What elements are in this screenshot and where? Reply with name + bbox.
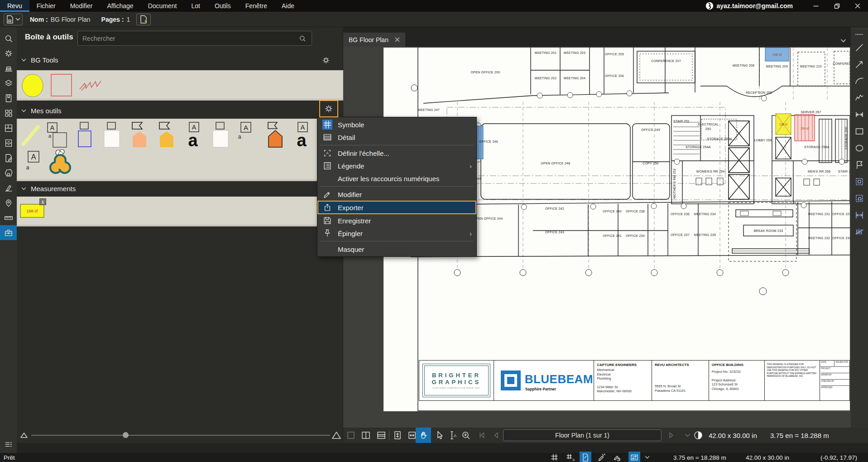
dimension-tool-icon[interactable] xyxy=(854,109,865,120)
section-bg-tools[interactable]: BG Tools xyxy=(21,56,58,64)
close-button[interactable] xyxy=(847,0,868,12)
snap-markup-grid-icon[interactable]: 5 xyxy=(564,452,576,462)
menu-outils[interactable]: Outils xyxy=(207,0,238,12)
menu-item-raccourcis[interactable]: Activer les raccourcis numériques xyxy=(317,172,476,185)
bookmarks-icon[interactable] xyxy=(0,91,17,106)
bg-tools-gear-icon[interactable] xyxy=(318,53,334,67)
contrast-icon[interactable] xyxy=(693,430,704,441)
cloud-tool[interactable] xyxy=(45,147,77,179)
count-tool-icon[interactable] xyxy=(854,226,865,237)
first-page-icon[interactable] xyxy=(476,430,487,441)
page-options-chevron-icon[interactable] xyxy=(682,430,693,441)
restore-button[interactable] xyxy=(826,0,847,12)
toolbar-drag-handle[interactable] xyxy=(854,33,864,36)
slider-min-icon[interactable] xyxy=(19,431,29,439)
account-button[interactable]: ayaz.taimoor@gmail.com xyxy=(705,2,793,10)
single-pane-icon[interactable] xyxy=(345,430,356,441)
callout-peach-tool[interactable] xyxy=(128,121,153,149)
menu-item-modifier[interactable]: Modifier xyxy=(317,188,476,201)
menu-item-symbole[interactable]: Symbole xyxy=(317,118,476,131)
section-measurements[interactable]: Measurements xyxy=(21,185,76,192)
text-note-tool[interactable]: Aa xyxy=(236,121,262,149)
slider-max-icon[interactable] xyxy=(331,430,342,441)
pan-tool-icon[interactable] xyxy=(416,428,431,443)
text-a-tool[interactable]: Aa xyxy=(182,121,207,149)
text-select-icon[interactable]: A xyxy=(447,430,458,441)
section-my-tools[interactable]: Mes outils xyxy=(21,107,62,115)
menu-item-masquer[interactable]: Masquer xyxy=(317,243,476,255)
menu-item-exporter[interactable]: Exporter xyxy=(317,201,476,214)
slider-knob[interactable] xyxy=(123,432,129,438)
properties-gear-icon[interactable] xyxy=(0,46,17,61)
text-a-tool-2[interactable]: Aa xyxy=(291,121,316,149)
spaces-icon[interactable] xyxy=(0,120,17,135)
arc-tool-icon[interactable] xyxy=(854,76,865,87)
menu-item-legende[interactable]: Légende › xyxy=(317,159,476,172)
close-tab-icon[interactable] xyxy=(395,37,400,42)
page-field[interactable]: Floor Plan (1 sur 1) xyxy=(503,429,662,441)
thumbnails-icon[interactable] xyxy=(0,106,17,120)
arrow-tool-icon[interactable] xyxy=(854,59,865,70)
menu-document[interactable]: Document xyxy=(141,0,184,12)
rectangle-tool-icon[interactable] xyxy=(854,126,865,137)
red-rectangle-tool[interactable] xyxy=(48,71,75,99)
document-menu-button[interactable] xyxy=(4,14,23,25)
slider-track[interactable] xyxy=(31,435,330,436)
places-pin-icon[interactable] xyxy=(0,195,17,210)
menu-lot[interactable]: Lot xyxy=(184,0,207,12)
menu-fenetre[interactable]: Fenêtre xyxy=(238,0,274,12)
menu-fichier[interactable]: Fichier xyxy=(29,0,63,12)
polyline-tool-icon[interactable] xyxy=(854,92,865,103)
toolbox-icon[interactable] xyxy=(0,225,17,240)
signatures-icon[interactable] xyxy=(0,180,17,195)
zoom-tool-icon[interactable] xyxy=(460,430,471,441)
search-icon[interactable] xyxy=(0,31,17,46)
panel-title[interactable]: Boîte à outils xyxy=(25,33,83,42)
markup-summary-icon[interactable] xyxy=(0,150,17,165)
select-tool-icon[interactable] xyxy=(434,430,445,441)
menu-aide[interactable]: Aide xyxy=(274,0,302,12)
area-measurement-tool[interactable]: 198 sf 1 xyxy=(19,203,46,219)
flag-tool-icon[interactable] xyxy=(854,159,865,170)
highlighter-tool[interactable] xyxy=(19,121,44,149)
search-input[interactable] xyxy=(77,31,312,46)
menu-revu[interactable]: Revu xyxy=(0,0,29,12)
menu-affichage[interactable]: Affichage xyxy=(100,0,141,12)
insert-page-button[interactable] xyxy=(136,14,151,25)
tab-bg-floor-plan[interactable]: BG Floor Plan xyxy=(343,33,405,47)
menu-item-epingler[interactable]: Épingler › xyxy=(317,227,476,240)
text-box-tool[interactable]: Aa xyxy=(46,121,72,149)
fit-page-icon[interactable] xyxy=(392,430,403,441)
sets-icon[interactable] xyxy=(0,135,17,150)
callout-orange-tool[interactable] xyxy=(155,121,180,149)
yellow-ellipse-tool[interactable] xyxy=(19,72,46,99)
file-access-icon[interactable] xyxy=(0,61,17,76)
snap-markup-icon[interactable] xyxy=(596,452,608,462)
ellipse-tool-icon[interactable] xyxy=(854,143,865,154)
split-horizontal-icon[interactable] xyxy=(376,430,387,441)
line-tool-icon[interactable] xyxy=(854,42,865,53)
length-measure-tool-icon[interactable] xyxy=(854,210,865,221)
measure-icon[interactable] xyxy=(0,210,17,225)
area-measure-tool-icon[interactable] xyxy=(854,176,865,187)
perimeter-measure-tool-icon[interactable] xyxy=(854,193,865,204)
next-page-icon[interactable] xyxy=(666,430,676,441)
tab-overflow-chevron-icon[interactable] xyxy=(840,39,846,43)
snap-hatch-icon[interactable] xyxy=(611,452,623,462)
3d-model-icon[interactable] xyxy=(0,165,17,180)
menu-item-definir-echelle[interactable]: A Définir l'échelle... xyxy=(317,147,476,159)
minimize-button[interactable] xyxy=(806,0,826,12)
split-vertical-icon[interactable] xyxy=(360,430,371,441)
snap-content-icon[interactable] xyxy=(580,452,591,462)
rectangle-white-tool[interactable] xyxy=(101,121,126,149)
reuse-chevron-icon[interactable] xyxy=(643,452,651,462)
rectangle-blue-tool[interactable] xyxy=(73,121,99,149)
menu-modifier[interactable]: Modifier xyxy=(63,0,100,12)
markup-annotations[interactable]: 198 sf 198 sf 204 sf xyxy=(476,48,815,159)
my-tools-gear-button[interactable] xyxy=(319,100,338,117)
house-callout-tool[interactable] xyxy=(264,121,289,149)
reuse-markup-icon[interactable] xyxy=(628,452,640,462)
menu-item-detail[interactable]: Détail xyxy=(317,131,476,144)
rectangle-white-tool-2[interactable] xyxy=(209,121,235,149)
layers-icon[interactable] xyxy=(0,76,17,91)
